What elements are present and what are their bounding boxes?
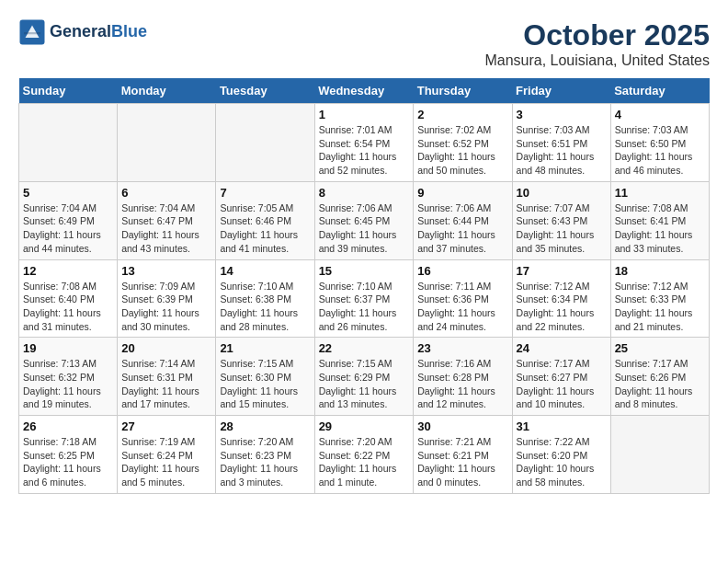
- day-number: 30: [417, 419, 507, 433]
- calendar-cell: 8Sunrise: 7:06 AM Sunset: 6:45 PM Daylig…: [314, 181, 414, 259]
- calendar-cell: [118, 104, 216, 182]
- day-number: 26: [23, 419, 113, 433]
- calendar-cell: [216, 104, 314, 182]
- day-number: 9: [417, 186, 507, 200]
- weekday-header-monday: Monday: [118, 78, 216, 104]
- day-info: Sunrise: 7:13 AM Sunset: 6:32 PM Dayligh…: [23, 357, 113, 411]
- day-info: Sunrise: 7:19 AM Sunset: 6:24 PM Dayligh…: [121, 435, 211, 489]
- calendar-week-row: 1Sunrise: 7:01 AM Sunset: 6:54 PM Daylig…: [19, 104, 710, 182]
- svg-rect-2: [24, 32, 40, 34]
- calendar-cell: 19Sunrise: 7:13 AM Sunset: 6:32 PM Dayli…: [19, 338, 118, 416]
- day-info: Sunrise: 7:04 AM Sunset: 6:49 PM Dayligh…: [23, 201, 113, 256]
- day-number: 24: [517, 341, 607, 355]
- logo-general: General: [50, 22, 111, 40]
- weekday-header-saturday: Saturday: [610, 78, 709, 104]
- day-number: 1: [319, 108, 410, 121]
- calendar-cell: 4Sunrise: 7:03 AM Sunset: 6:50 PM Daylig…: [610, 104, 709, 182]
- day-number: 25: [615, 341, 705, 355]
- calendar-cell: 18Sunrise: 7:12 AM Sunset: 6:33 PM Dayli…: [610, 259, 709, 338]
- day-info: Sunrise: 7:18 AM Sunset: 6:25 PM Dayligh…: [23, 435, 113, 489]
- day-number: 3: [517, 108, 607, 121]
- day-number: 8: [319, 186, 410, 200]
- day-info: Sunrise: 7:12 AM Sunset: 6:34 PM Dayligh…: [517, 280, 607, 334]
- calendar-cell: 5Sunrise: 7:04 AM Sunset: 6:49 PM Daylig…: [19, 181, 118, 259]
- calendar-cell: 20Sunrise: 7:14 AM Sunset: 6:31 PM Dayli…: [118, 338, 216, 416]
- day-number: 18: [615, 264, 705, 278]
- day-number: 14: [220, 264, 310, 278]
- day-number: 2: [417, 108, 507, 121]
- page-header: GeneralBlue October 2025 Mansura, Louisi…: [18, 18, 710, 69]
- calendar-cell: 23Sunrise: 7:16 AM Sunset: 6:28 PM Dayli…: [414, 338, 512, 416]
- day-info: Sunrise: 7:22 AM Sunset: 6:20 PM Dayligh…: [517, 435, 607, 489]
- calendar-cell: 3Sunrise: 7:03 AM Sunset: 6:51 PM Daylig…: [512, 104, 610, 182]
- calendar-cell: 22Sunrise: 7:15 AM Sunset: 6:29 PM Dayli…: [314, 338, 414, 416]
- day-info: Sunrise: 7:08 AM Sunset: 6:40 PM Dayligh…: [23, 280, 113, 334]
- day-number: 13: [121, 264, 211, 278]
- day-info: Sunrise: 7:02 AM Sunset: 6:52 PM Dayligh…: [417, 123, 507, 178]
- logo: GeneralBlue: [18, 18, 147, 46]
- calendar-cell: 31Sunrise: 7:22 AM Sunset: 6:20 PM Dayli…: [512, 416, 610, 494]
- calendar-table: SundayMondayTuesdayWednesdayThursdayFrid…: [18, 78, 710, 494]
- calendar-week-row: 26Sunrise: 7:18 AM Sunset: 6:25 PM Dayli…: [19, 416, 710, 494]
- calendar-cell: 13Sunrise: 7:09 AM Sunset: 6:39 PM Dayli…: [118, 259, 216, 338]
- day-info: Sunrise: 7:14 AM Sunset: 6:31 PM Dayligh…: [121, 357, 211, 411]
- day-number: 22: [319, 341, 410, 355]
- day-info: Sunrise: 7:03 AM Sunset: 6:51 PM Dayligh…: [517, 123, 607, 178]
- day-number: 21: [220, 341, 310, 355]
- logo-icon: [18, 18, 46, 46]
- calendar-cell: 25Sunrise: 7:17 AM Sunset: 6:26 PM Dayli…: [610, 338, 709, 416]
- day-info: Sunrise: 7:12 AM Sunset: 6:33 PM Dayligh…: [615, 280, 705, 334]
- calendar-cell: 15Sunrise: 7:10 AM Sunset: 6:37 PM Dayli…: [314, 259, 414, 338]
- weekday-header-tuesday: Tuesday: [216, 78, 314, 104]
- day-info: Sunrise: 7:06 AM Sunset: 6:45 PM Dayligh…: [319, 201, 410, 256]
- calendar-cell: 30Sunrise: 7:21 AM Sunset: 6:21 PM Dayli…: [414, 416, 512, 494]
- day-info: Sunrise: 7:15 AM Sunset: 6:29 PM Dayligh…: [319, 357, 410, 411]
- weekday-header-row: SundayMondayTuesdayWednesdayThursdayFrid…: [19, 78, 710, 104]
- day-number: 4: [615, 108, 705, 121]
- day-number: 7: [220, 186, 310, 200]
- weekday-header-friday: Friday: [512, 78, 610, 104]
- calendar-cell: 28Sunrise: 7:20 AM Sunset: 6:23 PM Dayli…: [216, 416, 314, 494]
- calendar-cell: 14Sunrise: 7:10 AM Sunset: 6:38 PM Dayli…: [216, 259, 314, 338]
- day-info: Sunrise: 7:04 AM Sunset: 6:47 PM Dayligh…: [121, 201, 211, 256]
- month-title: October 2025: [484, 18, 710, 52]
- calendar-cell: 1Sunrise: 7:01 AM Sunset: 6:54 PM Daylig…: [314, 104, 414, 182]
- day-number: 5: [23, 186, 113, 200]
- day-number: 19: [23, 341, 113, 355]
- weekday-header-thursday: Thursday: [414, 78, 512, 104]
- calendar-cell: 26Sunrise: 7:18 AM Sunset: 6:25 PM Dayli…: [19, 416, 118, 494]
- day-number: 15: [319, 264, 410, 278]
- day-info: Sunrise: 7:16 AM Sunset: 6:28 PM Dayligh…: [417, 357, 507, 411]
- logo-blue: Blue: [111, 22, 147, 40]
- calendar-cell: 17Sunrise: 7:12 AM Sunset: 6:34 PM Dayli…: [512, 259, 610, 338]
- day-number: 29: [319, 419, 410, 433]
- calendar-cell: 7Sunrise: 7:05 AM Sunset: 6:46 PM Daylig…: [216, 181, 314, 259]
- weekday-header-wednesday: Wednesday: [314, 78, 414, 104]
- day-number: 27: [121, 419, 211, 433]
- day-info: Sunrise: 7:09 AM Sunset: 6:39 PM Dayligh…: [121, 280, 211, 334]
- calendar-week-row: 19Sunrise: 7:13 AM Sunset: 6:32 PM Dayli…: [19, 338, 710, 416]
- day-number: 17: [517, 264, 607, 278]
- calendar-cell: 29Sunrise: 7:20 AM Sunset: 6:22 PM Dayli…: [314, 416, 414, 494]
- day-info: Sunrise: 7:20 AM Sunset: 6:22 PM Dayligh…: [319, 435, 410, 489]
- day-info: Sunrise: 7:21 AM Sunset: 6:21 PM Dayligh…: [417, 435, 507, 489]
- calendar-cell: 10Sunrise: 7:07 AM Sunset: 6:43 PM Dayli…: [512, 181, 610, 259]
- calendar-cell: 16Sunrise: 7:11 AM Sunset: 6:36 PM Dayli…: [414, 259, 512, 338]
- calendar-cell: 24Sunrise: 7:17 AM Sunset: 6:27 PM Dayli…: [512, 338, 610, 416]
- day-info: Sunrise: 7:10 AM Sunset: 6:37 PM Dayligh…: [319, 280, 410, 334]
- day-number: 16: [417, 264, 507, 278]
- day-number: 12: [23, 264, 113, 278]
- calendar-cell: 21Sunrise: 7:15 AM Sunset: 6:30 PM Dayli…: [216, 338, 314, 416]
- calendar-cell: [610, 416, 709, 494]
- calendar-week-row: 12Sunrise: 7:08 AM Sunset: 6:40 PM Dayli…: [19, 259, 710, 338]
- day-number: 23: [417, 341, 507, 355]
- calendar-cell: 12Sunrise: 7:08 AM Sunset: 6:40 PM Dayli…: [19, 259, 118, 338]
- day-info: Sunrise: 7:15 AM Sunset: 6:30 PM Dayligh…: [220, 357, 310, 411]
- day-info: Sunrise: 7:20 AM Sunset: 6:23 PM Dayligh…: [220, 435, 310, 489]
- day-number: 31: [517, 419, 607, 433]
- day-number: 10: [517, 186, 607, 200]
- day-info: Sunrise: 7:10 AM Sunset: 6:38 PM Dayligh…: [220, 280, 310, 334]
- calendar-cell: 6Sunrise: 7:04 AM Sunset: 6:47 PM Daylig…: [118, 181, 216, 259]
- day-info: Sunrise: 7:05 AM Sunset: 6:46 PM Dayligh…: [220, 201, 310, 256]
- calendar-cell: [19, 104, 118, 182]
